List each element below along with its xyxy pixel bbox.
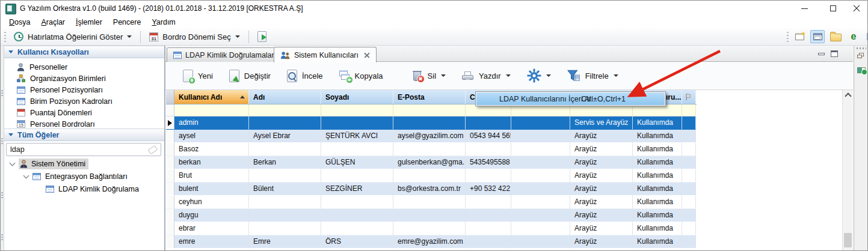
filter-cell-service[interactable] [570, 104, 633, 116]
filter-button[interactable]: Filtrele [564, 67, 621, 84]
menu-dosya[interactable]: Dosya [4, 17, 35, 28]
toolbar-grip[interactable] [4, 32, 6, 42]
table-row[interactable]: BrutArayüzKullanımda [166, 169, 697, 183]
tab-ldap-kimlik-dogrulamalari[interactable]: LDAP Kimlik Doğrulamaları [167, 47, 283, 62]
column-header-surname[interactable]: Soyadı [321, 90, 393, 104]
menu-araclar[interactable]: Araçlar [35, 17, 70, 28]
restore-panel-button[interactable] [857, 53, 864, 59]
cell-hidden [511, 209, 570, 222]
table-row[interactable]: duyguArayüzKullanımda [166, 209, 697, 222]
sidebar-section-shortcuts-header[interactable]: Kullanıcı Kısayolları [4, 46, 164, 58]
cell-phone: +90 532 422 ... [466, 183, 511, 196]
search-input[interactable] [6, 143, 161, 156]
export-button[interactable] [253, 30, 271, 43]
column-header-flag[interactable] [682, 90, 696, 104]
cell-username: Brut [174, 169, 249, 183]
cell-surname [321, 222, 393, 235]
sort-ascending-icon [240, 95, 245, 98]
chevron-up-icon [845, 92, 851, 99]
filter-cell-email[interactable] [393, 104, 466, 116]
sidebar-item-puantaj-donemleri[interactable]: Puantaj Dönemleri [4, 107, 164, 118]
table-row[interactable]: emreEmreÖRSemre@gyazilim.comArayüzKullan… [166, 235, 697, 249]
sidebar-item-organizasyon-birimleri[interactable]: Organizasyon Birimleri [4, 73, 164, 84]
cell-surname: ŞENTÜRK AVCI [321, 130, 393, 143]
column-header-username[interactable]: Kullanıcı Adı [174, 90, 249, 104]
dropdown-caret-icon[interactable] [614, 74, 618, 79]
tree-item-sistem-yonetimi[interactable]: Sistem Yönetimi [4, 157, 164, 170]
edit-button[interactable]: Değiştir [226, 68, 274, 84]
open-folder-button[interactable] [828, 30, 843, 43]
sidebar-section-all-items-header[interactable]: Tüm Öğeler [4, 129, 164, 141]
select-payroll-period-button[interactable]: 31 Bordro Dönemi Seç [145, 31, 244, 43]
table-row[interactable]: berkanBerkanGÜLŞENgulsenberkan@gma...543… [166, 156, 697, 169]
filter-cell-hidden[interactable] [511, 104, 570, 116]
open-perspective-button[interactable] [792, 30, 807, 43]
collapsed-panel-strip[interactable] [0, 46, 4, 250]
inspect-button[interactable]: İncele [284, 68, 326, 84]
dropdown-caret-icon[interactable] [441, 74, 446, 79]
filter-cell-surname[interactable] [321, 104, 393, 116]
tree-item-entegrasyon-baglantilari[interactable]: Entegrasyon Bağlantıları [4, 170, 164, 183]
trash-icon [413, 70, 423, 82]
table-row[interactable]: bulentBülentSEZGİNERbs@orkestra.com.tr+9… [166, 183, 697, 196]
column-header-name[interactable]: Adı [249, 90, 321, 104]
sidebar-item-personeller[interactable]: Personeller [4, 61, 164, 73]
sidebar-item-birim-pozisyon-kadrolari[interactable]: Birim Pozisyon Kadroları [4, 95, 164, 107]
filter-cell-name[interactable] [249, 104, 321, 116]
mail-button[interactable] [864, 30, 868, 43]
filter-cell-username[interactable] [174, 104, 249, 116]
delete-button[interactable]: Sil [410, 68, 449, 83]
menu-item-ldap-import[interactable]: LDAP Kullanıcılarını İçeri Al... Ctrl+O,… [476, 92, 665, 105]
table-row[interactable]: ebrarArayüzKullanımda [166, 222, 697, 235]
scroll-up-button[interactable] [843, 90, 853, 100]
column-header-email[interactable]: E-Posta [393, 90, 466, 104]
cell-hidden [511, 183, 570, 196]
show-reminders-button[interactable]: Hatırlatma Öğelerini Göster [10, 31, 136, 43]
table-row[interactable]: BasozArayüzKullanımda [166, 143, 697, 156]
print-button[interactable]: Yazdır [459, 68, 514, 83]
tab-sistem-kullanicilari[interactable]: Sistem Kullanıcıları [274, 47, 377, 62]
minimize-button[interactable] [792, 0, 817, 17]
cell-name: Aysel Ebrar [249, 130, 321, 143]
dropdown-caret-icon[interactable] [235, 35, 240, 40]
maximize-view-icon[interactable] [831, 50, 838, 57]
sidebar-item-personel-pozisyonlari[interactable]: Personel Pozisyonları [4, 84, 164, 95]
toolbar-grip[interactable] [787, 32, 789, 42]
expand-chevron-icon[interactable] [10, 160, 16, 166]
copy-button[interactable]: Kopyala [336, 68, 386, 83]
cell-service: Servis ve Arayüz [570, 116, 633, 130]
collapsed-right-panel[interactable] [854, 46, 868, 250]
row-indicator [166, 196, 174, 209]
filter-cell-flag[interactable] [682, 104, 696, 116]
maximize-button[interactable] [820, 0, 846, 17]
cell-flag [682, 143, 696, 156]
new-button[interactable]: Yeni [180, 68, 216, 84]
table-row[interactable]: ceyhunArayüzKullanımda [166, 196, 697, 209]
cell-username: duygu [174, 209, 249, 222]
cell-phone: 5435495588 [466, 156, 511, 169]
cell-hidden [511, 116, 570, 130]
menu-yardim[interactable]: Yardım [146, 17, 180, 28]
scrollbar-thumb[interactable] [844, 233, 852, 247]
active-perspective-button[interactable] [810, 30, 825, 43]
collapse-arrow-icon [8, 50, 13, 56]
expand-chevron-icon[interactable] [23, 172, 29, 178]
tab-close-icon[interactable] [364, 52, 370, 58]
tree-item-ldap-kimlik-dogrulama[interactable]: LDAP Kimlik Doğrulama [4, 183, 164, 195]
dropdown-caret-icon[interactable] [506, 74, 511, 79]
dropdown-caret-icon[interactable] [127, 35, 132, 40]
browser-button[interactable]: e [846, 30, 861, 43]
vertical-scrollbar[interactable] [842, 90, 853, 250]
settings-menu-button[interactable] [524, 67, 554, 85]
close-button[interactable] [846, 0, 867, 17]
table-row[interactable]: adminServis ve ArayüzKullanımda [166, 116, 697, 130]
fast-view-button[interactable] [857, 67, 866, 73]
menu-pencere[interactable]: Pencere [108, 17, 147, 28]
filter-cell-phone[interactable] [466, 104, 511, 116]
menu-islemler[interactable]: İşlemler [70, 17, 108, 28]
dropdown-caret-icon[interactable] [546, 74, 551, 79]
filter-cell-usage[interactable] [633, 104, 682, 116]
cell-usage: Kullanımda [633, 116, 682, 130]
minimize-view-icon[interactable] [818, 53, 825, 55]
table-row[interactable]: ayselAysel EbrarŞENTÜRK AVCIaysel@gyazil… [166, 130, 697, 143]
